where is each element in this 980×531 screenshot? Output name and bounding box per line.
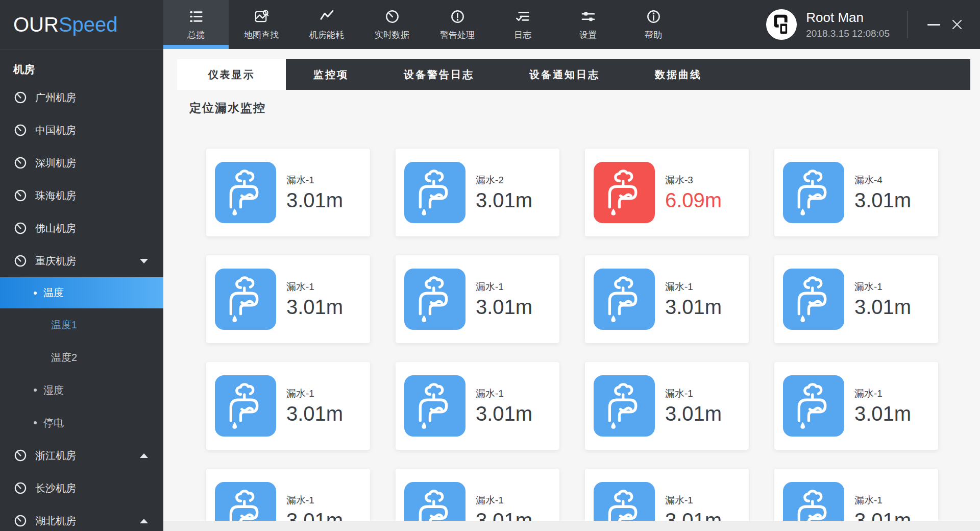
sensor-value: 3.01m bbox=[286, 189, 343, 212]
bottom-strip bbox=[163, 521, 980, 531]
sidebar-item-label: 广州机房 bbox=[35, 91, 76, 105]
sensor-label: 漏水-3 bbox=[665, 174, 722, 187]
sensor-card[interactable]: 漏水-36.09m bbox=[585, 149, 749, 236]
sensor-value: 3.01m bbox=[476, 189, 532, 212]
sidebar-item-room[interactable]: 浙江机房 bbox=[0, 439, 163, 472]
sidebar-item-room[interactable]: 重庆机房 bbox=[0, 245, 163, 277]
sensor-label: 漏水-1 bbox=[476, 494, 532, 507]
sensor-card[interactable]: 漏水-13.01m bbox=[206, 362, 370, 450]
sensor-value: 3.01m bbox=[476, 402, 532, 425]
sensor-label: 漏水-1 bbox=[854, 494, 911, 507]
sidebar-item-room[interactable]: 中国机房 bbox=[0, 114, 163, 147]
sensor-label: 漏水-1 bbox=[476, 280, 532, 294]
tab-1[interactable]: 监控项 bbox=[286, 59, 376, 90]
user-area: Root Man 2018.3.15 12:08:05 bbox=[766, 0, 980, 49]
sensor-card-text: 漏水-43.01m bbox=[854, 174, 911, 212]
minimize-button[interactable] bbox=[922, 9, 945, 40]
faucet-icon bbox=[215, 269, 276, 330]
sensor-card[interactable]: 漏水-13.01m bbox=[396, 362, 559, 450]
sidebar-item-room[interactable]: 深圳机房 bbox=[0, 147, 163, 179]
sidebar-item-room[interactable]: 湖北机房 bbox=[0, 504, 163, 531]
tab-group-inactive: 监控项设备警告日志设备通知日志数据曲线 bbox=[286, 59, 970, 90]
gauge-icon bbox=[13, 123, 28, 137]
nav-item-label: 总揽 bbox=[187, 29, 205, 41]
sensor-card-text: 漏水-13.01m bbox=[286, 174, 343, 212]
gauge-icon bbox=[384, 9, 400, 25]
tab-3[interactable]: 设备通知日志 bbox=[502, 59, 627, 90]
avatar-logo-icon bbox=[766, 9, 797, 40]
nav-item-label: 警告处理 bbox=[440, 29, 475, 41]
sidebar-subitem[interactable]: 湿度 bbox=[0, 374, 163, 406]
chevron-down-icon bbox=[140, 259, 148, 263]
sidebar-item-room[interactable]: 珠海机房 bbox=[0, 179, 163, 212]
faucet-icon bbox=[783, 162, 844, 223]
sensor-card[interactable]: 漏水-43.01m bbox=[774, 149, 938, 236]
section-title: 定位漏水监控 bbox=[189, 100, 266, 116]
faucet-icon bbox=[783, 269, 844, 330]
gauge-icon bbox=[13, 90, 28, 105]
sensor-card[interactable]: 漏水-13.01m bbox=[206, 255, 370, 343]
nav-item-map[interactable]: 地图查找 bbox=[229, 0, 294, 49]
sensor-label: 漏水-1 bbox=[854, 387, 911, 400]
gauge-icon bbox=[13, 221, 28, 235]
tab-4[interactable]: 数据曲线 bbox=[627, 59, 729, 90]
sensor-card-text: 漏水-13.01m bbox=[665, 280, 722, 319]
sensor-card-text: 漏水-36.09m bbox=[665, 174, 722, 212]
gauge-icon bbox=[13, 254, 28, 268]
nav-item-log[interactable]: 日志 bbox=[490, 0, 555, 49]
settings-icon bbox=[580, 9, 596, 25]
nav-item-label: 帮助 bbox=[645, 29, 662, 41]
nav-item-help[interactable]: 帮助 bbox=[621, 0, 686, 49]
sidebar-item-label: 深圳机房 bbox=[35, 156, 76, 170]
sidebar-item-room[interactable]: 佛山机房 bbox=[0, 212, 163, 245]
user-datetime: 2018.3.15 12:08:05 bbox=[806, 28, 890, 39]
sensor-label: 漏水-1 bbox=[665, 387, 722, 400]
sensor-card[interactable]: 漏水-13.01m bbox=[774, 255, 938, 343]
sensor-value: 3.01m bbox=[286, 296, 343, 319]
nav-item-alert[interactable]: 警告处理 bbox=[425, 0, 490, 49]
sidebar-subitem[interactable]: 温度2 bbox=[0, 341, 163, 374]
nav-item-settings[interactable]: 设置 bbox=[555, 0, 621, 49]
nav-item-label: 设置 bbox=[579, 29, 597, 41]
sidebar-subitem[interactable]: 停电 bbox=[0, 406, 163, 439]
sensor-card[interactable]: 漏水-23.01m bbox=[396, 149, 559, 236]
sensor-card[interactable]: 漏水-13.01m bbox=[774, 362, 938, 450]
sensor-card[interactable]: 漏水-13.01m bbox=[396, 255, 559, 343]
tab-2[interactable]: 设备警告日志 bbox=[376, 59, 502, 90]
sidebar-subitem[interactable]: 温度 bbox=[0, 277, 163, 308]
chevron-up-icon bbox=[140, 453, 148, 458]
sidebar-subitem[interactable]: 温度1 bbox=[0, 308, 163, 341]
nav-item-energy[interactable]: 机房能耗 bbox=[294, 0, 359, 49]
sensor-card[interactable]: 漏水-13.01m bbox=[585, 362, 749, 450]
sidebar-item-label: 珠海机房 bbox=[35, 189, 76, 203]
sidebar-item-room[interactable]: 长沙机房 bbox=[0, 472, 163, 504]
sensor-label: 漏水-1 bbox=[665, 494, 722, 507]
user-name: Root Man bbox=[806, 10, 890, 26]
sensor-card[interactable]: 漏水-13.01m bbox=[585, 255, 749, 343]
nav-item-label: 日志 bbox=[514, 29, 531, 41]
bullet-icon bbox=[34, 421, 37, 424]
list-icon bbox=[188, 9, 204, 25]
sensor-card-text: 漏水-13.01m bbox=[476, 280, 532, 319]
gauge-icon bbox=[13, 481, 28, 495]
nav-item-list[interactable]: 总揽 bbox=[163, 0, 229, 49]
sidebar-item-room[interactable]: 广州机房 bbox=[0, 81, 163, 114]
sensor-card-text: 漏水-13.01m bbox=[854, 280, 911, 319]
close-button[interactable] bbox=[945, 9, 969, 40]
logo-text-accent: Speed bbox=[59, 13, 118, 36]
nav-item-gauge[interactable]: 实时数据 bbox=[359, 0, 425, 49]
gauge-icon bbox=[13, 448, 28, 463]
tab-bar: 仪表显示监控项设备警告日志设备通知日志数据曲线 bbox=[177, 59, 970, 90]
sidebar-subitem-label: 停电 bbox=[43, 416, 64, 430]
nav-item-label: 机房能耗 bbox=[309, 29, 344, 41]
close-icon bbox=[951, 18, 963, 31]
nav-item-label: 实时数据 bbox=[375, 29, 409, 41]
sensor-card[interactable]: 漏水-13.01m bbox=[206, 149, 370, 236]
minimize-icon bbox=[927, 24, 940, 26]
gauge-icon bbox=[13, 188, 28, 203]
sensor-label: 漏水-1 bbox=[476, 387, 532, 400]
tab-0[interactable]: 仪表显示 bbox=[177, 59, 286, 90]
sensor-card-text: 漏水-13.01m bbox=[286, 280, 343, 319]
faucet-icon bbox=[404, 375, 465, 437]
user-avatar[interactable] bbox=[766, 9, 797, 40]
